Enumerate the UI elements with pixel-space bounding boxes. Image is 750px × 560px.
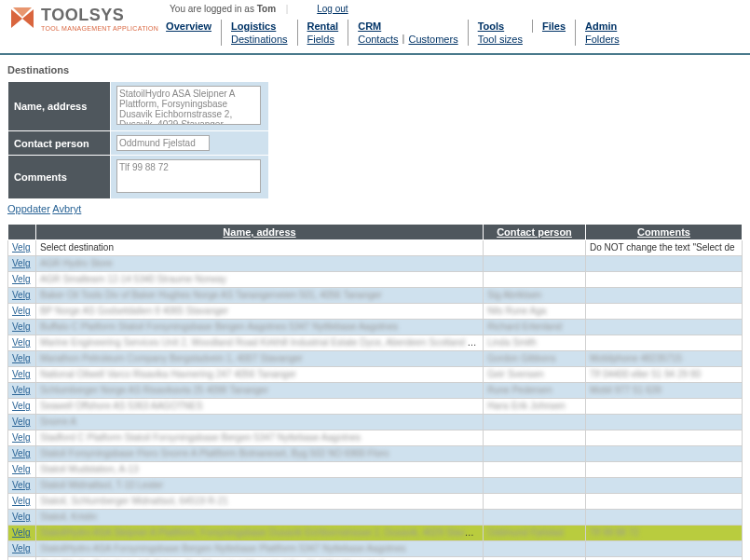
velg-link[interactable]: Velg — [12, 369, 30, 379]
cell-comment — [586, 288, 743, 304]
nav-files[interactable]: Files — [542, 20, 566, 33]
velg-link[interactable]: Velg — [12, 306, 30, 316]
velg-link[interactable]: Velg — [12, 258, 30, 268]
table-row: VelgBuffalo C Platform Statoil Forsyning… — [8, 320, 743, 335]
destination-form: Name, address Contact person Comments — [7, 81, 269, 199]
nav-sub-customers[interactable]: Customers — [408, 33, 457, 46]
table-row: VelgStatoil, Schlumberger Midnattsol, 64… — [8, 494, 743, 510]
velg-link[interactable]: Velg — [12, 432, 30, 443]
nav-logistics[interactable]: Logistics — [231, 20, 288, 33]
app-header: TOOLSYS TOOL MANAGEMENT APPLICATION You … — [0, 0, 750, 55]
cell-contact — [484, 462, 586, 478]
cell-name: Marathon Petroleum Company Bergstadvein … — [36, 351, 484, 367]
nav-sub-fields[interactable]: Fields — [307, 33, 334, 46]
cell-comment — [586, 557, 743, 561]
contact-person-input[interactable] — [116, 135, 210, 151]
cancel-button[interactable]: Avbryt — [52, 203, 81, 214]
velg-link[interactable]: Velg — [12, 480, 30, 490]
velg-link[interactable]: Velg — [12, 242, 30, 253]
velg-link[interactable]: Velg — [12, 274, 30, 284]
nav-group-logistics: LogisticsDestinations — [221, 20, 297, 46]
cell-name: Statoil Forsyningsbase Floro Snorre A Pl… — [36, 446, 484, 462]
cell-contact: Richard Ertenland — [484, 320, 586, 335]
velg-link[interactable]: Velg — [12, 321, 30, 332]
current-user: Tom — [257, 4, 276, 14]
comments-input[interactable] — [116, 159, 261, 193]
table-row: VelgAGR Hydro Store — [8, 256, 743, 272]
table-row: VelgStatoil Mudstation, A-13 — [8, 462, 743, 478]
table-row: VelgSeawell Offshore AS 5363 AAGOTNESHan… — [8, 399, 743, 415]
nav-group-tools: ToolsTool sizes — [468, 20, 532, 46]
cell-contact: Rune Pedersen — [484, 383, 586, 399]
th-contact-person[interactable]: Contact person — [484, 225, 586, 240]
nav-admin[interactable]: Admin — [585, 20, 620, 33]
nav-group-crm: CRMContacts|Customers — [348, 20, 467, 46]
cell-contact: Gordon Gibbons — [484, 351, 586, 367]
cell-comment — [586, 304, 743, 320]
cell-contact — [484, 541, 586, 557]
cell-contact — [484, 256, 586, 272]
velg-link[interactable]: Velg — [12, 385, 30, 395]
nav-tools[interactable]: Tools — [478, 20, 523, 33]
cell-name: Statoil, Schlumberger Midnattsol, 64519 … — [36, 494, 484, 510]
cell-name: National Oilwell Varco Risavika Havnerin… — [36, 367, 484, 383]
logout-link[interactable]: Log out — [317, 4, 348, 14]
table-row: VelgMarine Engineering Services Unit 2, … — [8, 335, 743, 351]
cell-comment — [586, 494, 743, 510]
nav-rental[interactable]: Rental — [307, 20, 339, 33]
nav-sub-tool-sizes[interactable]: Tool sizes — [478, 33, 523, 46]
nav-sub-contacts[interactable]: Contacts — [358, 33, 398, 46]
cell-contact: Oddmund Fjelstad — [484, 526, 586, 541]
velg-link[interactable]: Velg — [12, 337, 30, 348]
cell-name: Select destination — [36, 240, 484, 256]
cell-name: Schlumberger Norge AS Risavikavta 25 409… — [36, 383, 484, 399]
velg-link[interactable]: Velg — [12, 496, 30, 506]
th-velg — [8, 225, 36, 240]
cell-name: Stadford C Platform Statoil Forsyningsba… — [36, 430, 484, 446]
velg-link[interactable]: Velg — [12, 448, 30, 458]
table-row: VelgStatoil Forsyningsbase Floro Snorre … — [8, 446, 743, 462]
th-name-address[interactable]: Name, address — [36, 225, 484, 240]
cell-contact — [484, 430, 586, 446]
nav-group-overview: Overview — [166, 20, 221, 33]
velg-link[interactable]: Velg — [12, 290, 30, 300]
table-row: VelgSnorre A — [8, 415, 743, 430]
velg-link[interactable]: Velg — [12, 353, 30, 363]
table-row: VelgStatoil, Kristin — [8, 510, 743, 526]
table-row: VelgStatoilHydro Petroleum AS Ostoey Snr… — [8, 557, 743, 561]
label-comments: Comments — [8, 156, 111, 199]
cell-comment: Tlf 99 88 72 — [586, 526, 743, 541]
cell-contact — [484, 557, 586, 561]
login-status: You are logged in as Tom | Log out — [170, 4, 629, 14]
cell-comment — [586, 256, 743, 272]
cell-comment — [586, 510, 743, 526]
cell-name: StatoilHydro Petroleum AS Ostoey Snr Mon… — [36, 557, 484, 561]
cell-contact: Nils Rune Aga — [484, 304, 586, 320]
cell-contact: Linda Smith — [484, 335, 586, 351]
velg-link[interactable]: Velg — [12, 464, 30, 474]
cell-name: Statoil, Kristin — [36, 510, 484, 526]
velg-link[interactable]: Velg — [12, 543, 30, 553]
table-row: VelgNational Oilwell Varco Risavika Havn… — [8, 367, 743, 383]
update-button[interactable]: Oppdater — [7, 203, 50, 214]
table-row: VelgStatoil Midnattsol, T-10 Lester — [8, 478, 743, 494]
cell-comment: Mobilphone 48235715 — [586, 351, 743, 367]
nav-overview[interactable]: Overview — [166, 20, 211, 33]
cell-name: Baker Oil Tools Div of Baker Hughes Norg… — [36, 288, 484, 304]
velg-link[interactable]: Velg — [12, 527, 30, 538]
nav-sub-destinations[interactable]: Destinations — [231, 33, 288, 46]
velg-link[interactable]: Velg — [12, 417, 30, 427]
table-row: VelgSelect destinationDo NOT change the … — [8, 240, 743, 256]
cell-name: BP Norge AS Godsetdalien 8 4065 Stavange… — [36, 304, 484, 320]
logo: TOOLSYS TOOL MANAGEMENT APPLICATION — [7, 4, 158, 34]
nav-crm[interactable]: CRM — [358, 20, 457, 33]
th-comments[interactable]: Comments — [586, 225, 743, 240]
velg-link[interactable]: Velg — [12, 401, 30, 411]
velg-link[interactable]: Velg — [12, 512, 30, 522]
cell-contact: Geir Svensen — [484, 367, 586, 383]
name-address-input[interactable] — [116, 86, 261, 125]
nav-sub-folders[interactable]: Folders — [585, 33, 620, 46]
nav-group-admin: AdminFolders — [575, 20, 629, 46]
cell-contact — [484, 272, 586, 288]
cell-comment — [586, 272, 743, 288]
